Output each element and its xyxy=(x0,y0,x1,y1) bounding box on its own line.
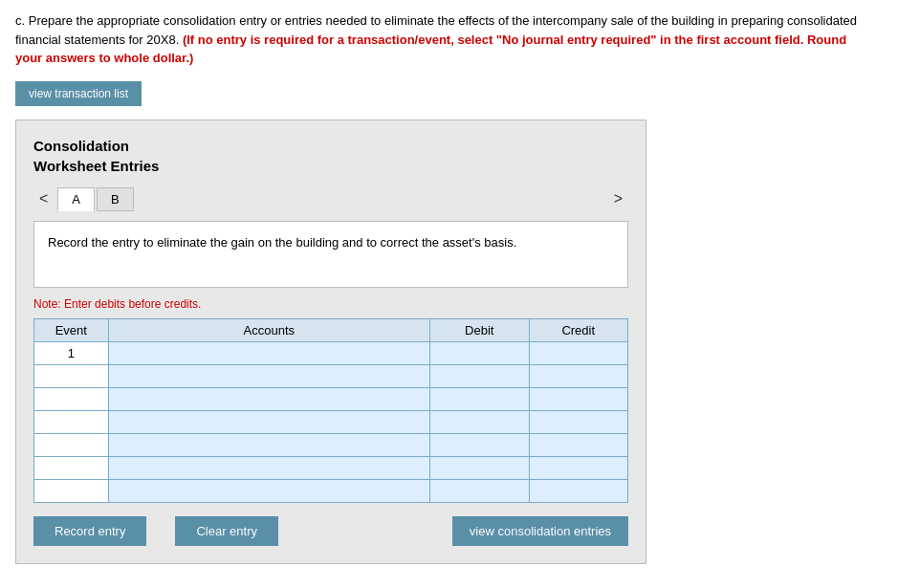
tab-a[interactable]: A xyxy=(57,187,95,211)
credit-cell-2[interactable] xyxy=(529,387,628,410)
view-consolidation-button[interactable]: view consolidation entries xyxy=(452,516,628,546)
tabs: A B xyxy=(57,187,135,211)
tab-nav-right-button[interactable]: > xyxy=(608,188,628,209)
debit-cell-6[interactable] xyxy=(430,479,530,502)
entry-table: Event Accounts Debit Credit 1 xyxy=(33,318,628,503)
credit-input-1[interactable] xyxy=(530,365,628,387)
debit-cell-1[interactable] xyxy=(430,364,530,387)
debit-cell-4[interactable] xyxy=(430,433,530,456)
event-cell-5 xyxy=(34,456,109,479)
credit-cell-5[interactable] xyxy=(529,456,628,479)
tabs-row: < A B > xyxy=(33,187,628,211)
debit-input-2[interactable] xyxy=(430,388,529,410)
credit-cell-0[interactable] xyxy=(529,341,628,364)
account-cell-2[interactable] xyxy=(108,387,429,410)
note-text: Note: Enter debits before credits. xyxy=(33,297,628,311)
buttons-row: Record entry Clear entry view consolidat… xyxy=(33,516,628,546)
debit-input-6[interactable] xyxy=(430,480,529,502)
debit-cell-5[interactable] xyxy=(430,456,530,479)
record-entry-button[interactable]: Record entry xyxy=(33,516,146,546)
credit-input-6[interactable] xyxy=(530,480,628,502)
credit-input-3[interactable] xyxy=(530,411,628,433)
account-cell-0[interactable] xyxy=(108,341,429,364)
col-header-accounts: Accounts xyxy=(108,318,429,341)
event-cell-2 xyxy=(34,387,109,410)
table-row xyxy=(34,433,628,456)
debit-input-0[interactable] xyxy=(430,342,529,364)
account-input-3[interactable] xyxy=(109,411,429,433)
view-transaction-button[interactable]: view transaction list xyxy=(15,81,142,106)
credit-input-5[interactable] xyxy=(530,457,628,479)
account-input-5[interactable] xyxy=(109,457,429,479)
worksheet-title: Consolidation Worksheet Entries xyxy=(33,136,628,176)
event-cell-3 xyxy=(34,410,109,433)
credit-input-0[interactable] xyxy=(530,342,628,364)
table-row: 1 xyxy=(34,341,628,364)
account-input-2[interactable] xyxy=(109,388,429,410)
debit-input-5[interactable] xyxy=(430,457,529,479)
worksheet-container: Consolidation Worksheet Entries < A B > … xyxy=(15,120,646,564)
instructions: c. Prepare the appropriate consolidation… xyxy=(15,11,876,68)
credit-cell-1[interactable] xyxy=(529,364,628,387)
credit-input-4[interactable] xyxy=(530,434,628,456)
table-row xyxy=(34,456,628,479)
col-header-debit: Debit xyxy=(430,318,530,341)
tab-b[interactable]: B xyxy=(97,187,134,211)
debit-input-1[interactable] xyxy=(430,365,529,387)
account-input-4[interactable] xyxy=(109,434,429,456)
credit-cell-4[interactable] xyxy=(529,433,628,456)
clear-entry-button[interactable]: Clear entry xyxy=(175,516,278,546)
account-cell-1[interactable] xyxy=(108,364,429,387)
credit-cell-3[interactable] xyxy=(529,410,628,433)
table-row xyxy=(34,387,628,410)
table-row xyxy=(34,364,628,387)
event-cell-6 xyxy=(34,479,109,502)
account-input-1[interactable] xyxy=(109,365,429,387)
event-cell-1 xyxy=(34,364,109,387)
account-cell-4[interactable] xyxy=(108,433,429,456)
event-cell-4 xyxy=(34,433,109,456)
tab-nav-left-button[interactable]: < xyxy=(33,188,54,209)
tab-content-box: Record the entry to eliminate the gain o… xyxy=(33,221,628,288)
col-header-event: Event xyxy=(34,318,109,341)
event-cell-0: 1 xyxy=(34,341,109,364)
table-row xyxy=(34,410,628,433)
debit-cell-3[interactable] xyxy=(430,410,530,433)
account-input-0[interactable] xyxy=(109,342,429,364)
debit-cell-2[interactable] xyxy=(430,387,530,410)
table-row xyxy=(34,479,628,502)
account-input-6[interactable] xyxy=(109,480,429,502)
credit-input-2[interactable] xyxy=(530,388,628,410)
tab-content-text: Record the entry to eliminate the gain o… xyxy=(48,235,516,250)
account-cell-3[interactable] xyxy=(108,410,429,433)
debit-input-4[interactable] xyxy=(430,434,529,456)
account-cell-6[interactable] xyxy=(108,479,429,502)
account-cell-5[interactable] xyxy=(108,456,429,479)
debit-cell-0[interactable] xyxy=(430,341,530,364)
debit-input-3[interactable] xyxy=(430,411,529,433)
credit-cell-6[interactable] xyxy=(529,479,628,502)
col-header-credit: Credit xyxy=(529,318,628,341)
